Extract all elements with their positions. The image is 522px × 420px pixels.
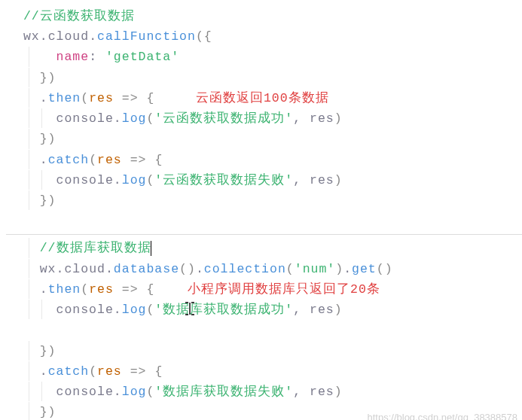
- identifier: cloud: [64, 262, 105, 276]
- method-log: log: [122, 385, 147, 399]
- identifier: console: [56, 303, 114, 317]
- code-line: wx.cloud.database().collection('num').ge…: [6, 259, 522, 279]
- method-log: log: [122, 111, 147, 126]
- identifier: cloud: [48, 29, 90, 44]
- code-line: }): [6, 68, 522, 88]
- method-catch: catch: [48, 153, 90, 167]
- method-collection: collection: [204, 262, 286, 276]
- method-log: log: [122, 303, 147, 317]
- code-editor[interactable]: //云函数获取数据 wx.cloud.callFunction({ name: …: [0, 0, 522, 420]
- code-line: console.log('数据库获取数据失败', res): [6, 382, 522, 402]
- code-line: wx.cloud.callFunction({: [6, 26, 522, 47]
- string-literal: '数据库获取数据成功': [154, 303, 293, 317]
- identifier: console: [56, 111, 114, 126]
- string-literal: 'num': [295, 262, 336, 276]
- code-line: console.log('云函数获取数据失败', res): [6, 170, 522, 190]
- text-cursor: [151, 241, 151, 256]
- code-line: }): [6, 190, 522, 211]
- identifier: wx: [23, 29, 40, 44]
- annotation: 小程序调用数据库只返回了20条: [188, 282, 380, 297]
- identifier: wx: [40, 262, 56, 276]
- comment: //数据库获取数据: [40, 241, 151, 255]
- string-literal: 'getData': [105, 50, 179, 64]
- param: res: [89, 282, 114, 297]
- watermark: https://blog.csdn.net/qq_38388578: [368, 409, 518, 420]
- identifier: res: [310, 111, 334, 126]
- code-line: console.log('数据库获取数据成功', res): [6, 300, 522, 340]
- identifier: res: [310, 303, 334, 317]
- code-line: }): [6, 341, 522, 361]
- method-get: get: [352, 262, 377, 276]
- code-line: name: 'getData': [6, 47, 522, 67]
- property-key: name: [56, 50, 90, 64]
- param: res: [97, 364, 122, 379]
- code-line: .then(res => { 云函数返回100条数据: [6, 88, 522, 108]
- method-then: then: [48, 282, 81, 297]
- code-line: //云函数获取数据: [6, 6, 522, 26]
- string-literal: '云函数获取数据成功': [154, 111, 293, 126]
- method-log: log: [122, 173, 147, 187]
- code-line: .then(res => { 小程序调用数据库只返回了20条: [6, 279, 522, 300]
- string-literal: '数据库获取数据失败': [154, 385, 293, 399]
- code-line: }): [6, 129, 522, 149]
- method-database: database: [114, 262, 179, 276]
- annotation: 云函数返回100条数据: [196, 91, 329, 105]
- identifier: res: [310, 173, 334, 187]
- code-line: .catch(res => {: [6, 150, 522, 170]
- param: res: [97, 153, 122, 167]
- param: res: [89, 91, 114, 105]
- identifier: res: [310, 385, 334, 399]
- code-line: [6, 211, 522, 231]
- method-catch: catch: [48, 364, 90, 379]
- code-line: console.log('云函数获取数据成功', res): [6, 108, 522, 129]
- divider: [6, 234, 522, 235]
- method-then: then: [48, 91, 81, 105]
- identifier: console: [56, 173, 114, 187]
- string-literal: '云函数获取数据失败': [154, 173, 293, 187]
- code-line: //数据库获取数据: [6, 238, 522, 258]
- code-line: .catch(res => {: [6, 361, 522, 382]
- identifier: console: [56, 385, 114, 399]
- comment: //云函数获取数据: [23, 9, 135, 23]
- method-call: callFunction: [97, 29, 196, 44]
